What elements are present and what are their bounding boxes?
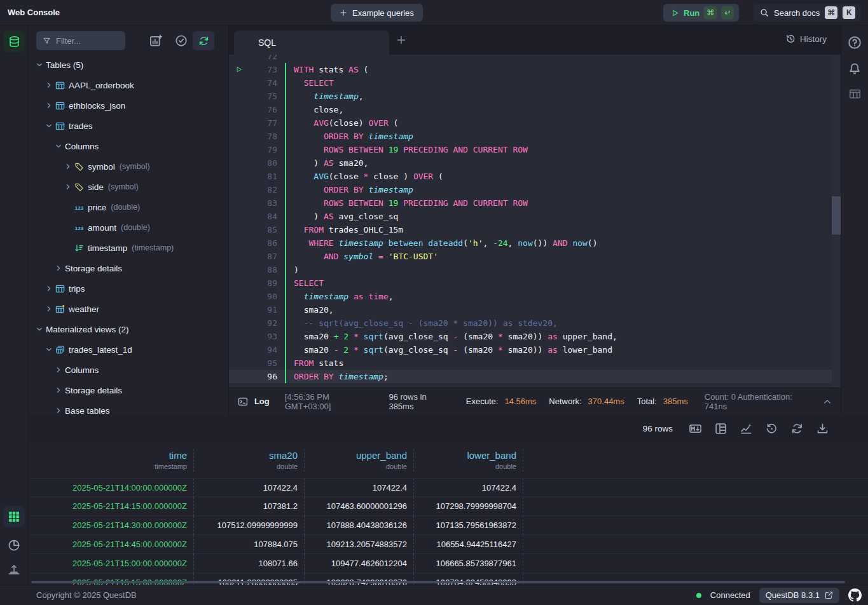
tree-item-storage-details[interactable]: Storage details: [29, 258, 229, 278]
history-button[interactable]: History: [785, 34, 827, 44]
editor-line-78[interactable]: 78 ORDER BY timestamp: [229, 130, 841, 143]
table-row[interactable]: 2025-05-21T15:00:00.000000Z108071.661094…: [29, 554, 868, 573]
editor-line-79[interactable]: 79 ROWS BETWEEN 19 PRECEDING AND CURRENT…: [229, 143, 841, 156]
chevron-right-icon[interactable]: [55, 265, 65, 271]
cell-timestamp[interactable]: 2025-05-21T14:00:00.000000Z: [29, 479, 194, 498]
editor-line-96[interactable]: 96ORDER BY timestamp;: [229, 370, 841, 383]
cell-value[interactable]: 107381.2: [194, 497, 305, 516]
editor-line-75[interactable]: 75 timestamp,: [229, 90, 841, 103]
chevron-down-icon[interactable]: [46, 346, 55, 353]
chevron-right-icon[interactable]: [46, 82, 55, 88]
table-row[interactable]: 2025-05-21T14:00:00.000000Z107422.410742…: [29, 478, 868, 497]
editor-line-74[interactable]: 74 SELECT: [229, 76, 841, 90]
new-tab-icon[interactable]: [396, 35, 406, 45]
add-metrics-icon[interactable]: [149, 34, 162, 47]
chevron-down-icon[interactable]: [36, 62, 46, 68]
check-circle-icon[interactable]: [175, 34, 188, 47]
filter-input[interactable]: [56, 36, 113, 46]
editor-line-95[interactable]: 95FROM stats: [229, 357, 841, 370]
github-icon[interactable]: [848, 588, 862, 602]
cell-value[interactable]: 107888.40438036126: [305, 516, 414, 535]
refresh-icon[interactable]: [791, 423, 803, 435]
cell-value[interactable]: 107422.4: [414, 479, 523, 498]
editor-line-73[interactable]: 73WITH stats AS (: [229, 63, 841, 76]
history-undo-icon[interactable]: [766, 423, 778, 435]
table-row[interactable]: 2025-05-21T14:30:00.000000Z107512.099999…: [29, 516, 868, 535]
cell-value[interactable]: 109477.4626012204: [305, 554, 414, 573]
column-header-lower-band[interactable]: lower_banddouble: [414, 449, 523, 472]
help-icon[interactable]: [848, 36, 862, 50]
tree-item-trips[interactable]: trips: [29, 278, 229, 299]
editor-line-91[interactable]: 91 sma20,: [229, 303, 841, 316]
notifications-icon[interactable]: [848, 62, 861, 75]
cell-timestamp[interactable]: 2025-05-21T15:00:00.000000Z: [29, 554, 194, 573]
editor-line-93[interactable]: 93 sma20 + 2 * sqrt(avg_close_sq - (sma2…: [229, 330, 841, 343]
tables-panel-icon[interactable]: [849, 88, 861, 100]
cell-value[interactable]: 107422.4: [194, 479, 305, 498]
chevron-right-icon[interactable]: [55, 367, 65, 373]
import-icon[interactable]: [8, 563, 20, 576]
editor-line-92[interactable]: 92 -- sqrt(avg_close_sq - (sma20 * sma20…: [229, 316, 841, 330]
editor-line-86[interactable]: 86 WHERE timestamp between dateadd('h', …: [229, 236, 841, 250]
chevron-right-icon[interactable]: [46, 102, 55, 109]
layout-icon[interactable]: [715, 423, 727, 435]
chevron-right-icon[interactable]: [46, 306, 55, 312]
chevron-down-icon[interactable]: [36, 326, 46, 332]
chevron-right-icon[interactable]: [55, 407, 65, 414]
sql-editor[interactable]: 7273WITH stats AS (74 SELECT75 timestamp…: [229, 55, 841, 388]
editor-line-85[interactable]: 85 FROM trades_OHLC_15m: [229, 223, 841, 236]
column-header-time[interactable]: timetimestamp: [29, 449, 194, 472]
chevron-right-icon[interactable]: [46, 285, 55, 292]
run-button[interactable]: Run ⌘ ↵: [663, 4, 739, 22]
editor-line-94[interactable]: 94 sma20 - 2 * sqrt(avg_close_sq - (sma2…: [229, 343, 841, 357]
cell-value[interactable]: 107135.79561963872: [414, 516, 523, 535]
editor-line-87[interactable]: 87 AND symbol = 'BTC-USDT': [229, 250, 841, 263]
tree-item-storage-details[interactable]: Storage details: [29, 380, 229, 400]
markdown-icon[interactable]: [689, 423, 701, 435]
cell-value[interactable]: 106665.85739877961: [414, 554, 523, 573]
tree-item-trades-latest-1d[interactable]: trades_latest_1d: [29, 339, 229, 360]
tree-item-side[interactable]: side(symbol): [29, 177, 229, 197]
column-header-upper-band[interactable]: upper_banddouble: [305, 449, 414, 472]
chevron-right-icon[interactable]: [55, 387, 65, 393]
table-row[interactable]: 2025-05-21T14:45:00.000000Z107884.075109…: [29, 535, 868, 554]
refresh-schema-button[interactable]: [193, 31, 214, 50]
tree-item-columns[interactable]: Columns: [29, 360, 229, 380]
editor-line-90[interactable]: 90 timestamp as time,: [229, 290, 841, 303]
tree-item-columns[interactable]: Columns: [29, 136, 229, 156]
tree-item-ethblocks-json[interactable]: ethblocks_json: [29, 95, 229, 116]
chevron-right-icon[interactable]: [65, 163, 74, 170]
cell-value[interactable]: 107298.79999998704: [414, 497, 523, 516]
editor-scrollbar[interactable]: [832, 196, 841, 235]
grid-horizontal-scrollbar[interactable]: [31, 581, 845, 583]
cell-value[interactable]: 107422.4: [305, 479, 414, 498]
grid-view-button[interactable]: [3, 506, 25, 527]
cell-timestamp[interactable]: 2025-05-21T14:15:00.000000Z: [29, 497, 194, 516]
editor-line-80[interactable]: 80 ) AS sma20,: [229, 156, 841, 170]
chevron-right-icon[interactable]: [65, 184, 74, 190]
cell-value[interactable]: 109213.20574883572: [305, 535, 414, 554]
cell-timestamp[interactable]: 2025-05-21T14:30:00.000000Z: [29, 516, 194, 535]
tab-sql[interactable]: SQL: [234, 31, 389, 55]
cell-value[interactable]: 107884.075: [194, 535, 305, 554]
example-queries-button[interactable]: Example queries: [331, 4, 423, 22]
search-docs-button[interactable]: Search docs ⌘ K: [754, 4, 860, 22]
filter-box[interactable]: [36, 31, 125, 50]
tree-item-trades[interactable]: trades: [29, 116, 229, 136]
cell-value[interactable]: 107512.09999999999: [194, 516, 305, 535]
download-icon[interactable]: [816, 423, 829, 435]
version-button[interactable]: QuestDB 8.3.1: [759, 588, 839, 603]
datasets-nav-button[interactable]: [3, 31, 25, 52]
editor-line-81[interactable]: 81 AVG(close * close ) OVER (: [229, 170, 841, 183]
run-query-glyph[interactable]: [229, 63, 248, 76]
chevron-up-icon[interactable]: [823, 397, 832, 406]
cell-value[interactable]: 107463.60000001296: [305, 497, 414, 516]
chart-icon[interactable]: [740, 423, 752, 435]
tree-item-weather[interactable]: weather: [29, 299, 229, 319]
editor-line-76[interactable]: 76 close,: [229, 103, 841, 116]
table-row[interactable]: 2025-05-21T14:15:00.000000Z107381.210746…: [29, 497, 868, 516]
tree-item-symbol[interactable]: symbol(symbol): [29, 156, 229, 177]
tree-item-tables-5[interactable]: Tables (5): [29, 55, 229, 75]
editor-line-72[interactable]: 72: [229, 55, 841, 63]
tree-item-aapl-orderbook[interactable]: AAPL_orderbook: [29, 75, 229, 95]
